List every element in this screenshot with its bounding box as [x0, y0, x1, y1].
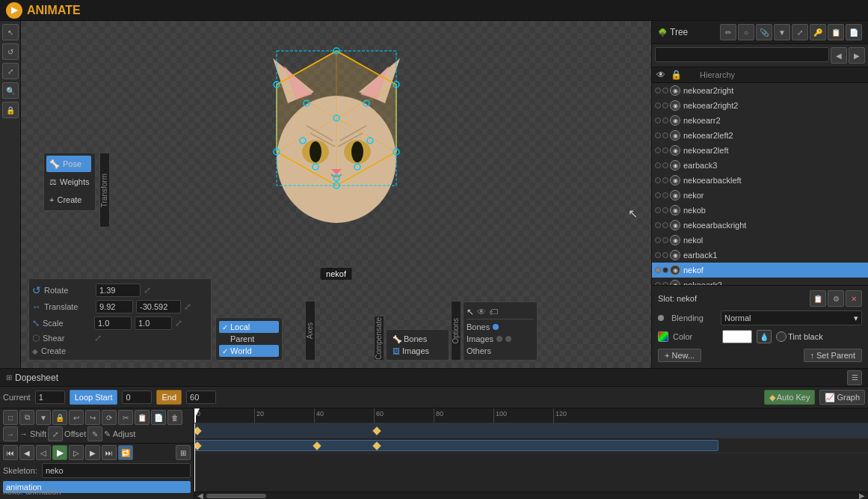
pb-back-btn[interactable]: ◁ — [36, 445, 51, 460]
scroll-bar[interactable]: ◀ ▶ — [194, 492, 868, 499]
tree-key-btn[interactable]: 🔑 — [810, 24, 826, 40]
tl-shift-btn[interactable]: → — [3, 426, 18, 441]
lock-tool-btn[interactable]: 🔒 — [2, 102, 19, 118]
tree-clip-btn[interactable]: 📎 — [756, 24, 772, 40]
slot-copy-btn[interactable]: 📋 — [810, 290, 826, 307]
tree-filter-btn[interactable]: ▼ — [774, 24, 790, 40]
tree-item-nekoearr2[interactable]: ◉ nekoearr2 — [652, 113, 868, 128]
bones-compensate-btn[interactable]: 🦴 Bones — [390, 333, 446, 345]
tree-list[interactable]: ◉ nekoear2right ◉ nekoear2right2 ◉ nekoe… — [652, 83, 868, 285]
images-compensate-btn[interactable]: 🖼 Images — [390, 345, 446, 357]
viewport[interactable]: nekof 🦴 Pose ⚖ Weights + Create — [21, 21, 651, 368]
tree-item-nekoearbackright[interactable]: ◉ nekoearbackright — [652, 218, 868, 233]
tl-offset-btn[interactable]: ⤢ — [48, 426, 63, 441]
graph-btn[interactable]: 📈 Graph — [819, 390, 865, 405]
tree-item-nekoear2right[interactable]: ◉ nekoear2right — [652, 83, 868, 98]
slot-close-btn[interactable]: ✕ — [846, 290, 862, 307]
timeline-track-1[interactable] — [194, 423, 868, 438]
pb-extra-btn[interactable]: ⊞ — [176, 445, 191, 460]
tree-eye-dot-13 — [655, 267, 661, 273]
pb-first-btn[interactable]: ⏮ — [3, 445, 18, 460]
scroll-right-btn[interactable]: ▶ — [859, 492, 865, 499]
rotate-input[interactable] — [96, 284, 141, 297]
loop-start-input[interactable] — [122, 391, 152, 404]
pose-tool[interactable]: 🦴 Pose — [46, 156, 91, 172]
color-swatch[interactable] — [722, 330, 752, 343]
tl-filter-btn[interactable]: ▼ — [36, 410, 51, 425]
new-slot-btn[interactable]: + New... — [658, 349, 701, 362]
tl-new-btn[interactable]: □ — [3, 410, 18, 425]
tl-redo-btn[interactable]: ↪ — [85, 410, 100, 425]
tree-item-nekoear2left2[interactable]: ◉ nekoear2left2 — [652, 128, 868, 143]
rotate-tool-btn[interactable]: ↺ — [2, 43, 19, 60]
end-input[interactable] — [186, 391, 216, 404]
auto-key-btn[interactable]: ◆ Auto Key — [764, 390, 816, 405]
create-tool[interactable]: + Create — [46, 192, 91, 208]
tl-copy2-btn[interactable]: 📋 — [135, 410, 150, 425]
keyframe-1b[interactable] — [372, 426, 381, 435]
scale-tool-btn[interactable]: ⤢ — [2, 63, 19, 79]
weights-tool[interactable]: ⚖ Weights — [46, 174, 91, 190]
tree-item-earback1[interactable]: ◉ earback1 — [652, 248, 868, 263]
tree-item-nekoear2left[interactable]: ◉ nekoear2left — [652, 143, 868, 158]
tl-undo-btn[interactable]: ↩ — [69, 410, 84, 425]
tree-item-nekoearbackleft[interactable]: ◉ nekoearbackleft — [652, 173, 868, 188]
pb-play-btn[interactable]: ▶ — [52, 445, 67, 460]
tree-item-nekof[interactable]: ◉ nekof — [652, 263, 868, 278]
tree-item-nekob[interactable]: ◉ nekob — [652, 203, 868, 218]
timeline-track-2[interactable] — [194, 438, 868, 453]
pb-last-btn[interactable]: ⏭ — [102, 445, 117, 460]
tree-item-nekol[interactable]: ◉ nekol — [652, 233, 868, 248]
tree-item-earback3[interactable]: ◉ earback3 — [652, 158, 868, 173]
set-parent-btn[interactable]: ↑ Set Parent — [804, 349, 862, 362]
tl-delete-btn[interactable]: 🗑 — [167, 410, 182, 425]
timeline-tracks[interactable] — [194, 423, 868, 492]
move-tool-btn[interactable]: ↖ — [2, 24, 19, 40]
loop-start-btn[interactable]: Loop Start — [70, 390, 118, 405]
tree-toolbar: ✏ ○ 📎 ▼ ⤢ 🔑 📋 📄 — [720, 24, 862, 40]
options-panel: ↖ 👁 🏷 Bones Images Others — [463, 301, 538, 361]
tree-expand-btn[interactable]: ⤢ — [792, 24, 808, 40]
slot-settings-btn[interactable]: ⚙ — [828, 290, 844, 307]
tl-paste-btn[interactable]: 📄 — [151, 410, 166, 425]
scroll-left-btn[interactable]: ◀ — [197, 492, 203, 499]
tl-copy-btn[interactable]: ⧉ — [19, 410, 34, 425]
tree-item-name-10: nekoearbackright — [683, 221, 746, 230]
tree-nav-next-btn[interactable]: ▶ — [849, 47, 865, 64]
pb-next-btn[interactable]: ▶ — [85, 445, 100, 460]
tl-refresh-btn[interactable]: ⟳ — [102, 410, 117, 425]
keyframe-1a[interactable] — [194, 426, 202, 435]
world-axis-btn[interactable]: ✓ World — [219, 345, 279, 357]
translate-x-input[interactable] — [96, 300, 133, 313]
current-input[interactable] — [35, 391, 65, 404]
scale-y-input[interactable] — [135, 316, 172, 330]
translate-y-input[interactable] — [136, 300, 181, 313]
tree-item-nekoear2right2[interactable]: ◉ nekoear2right2 — [652, 98, 868, 113]
parent-axis-btn[interactable]: ✓ Parent — [219, 333, 279, 345]
blending-dropdown[interactable]: Normal ▾ — [721, 310, 862, 325]
tl-adjust-btn[interactable]: ✎ — [87, 426, 102, 441]
tree-paste-btn[interactable]: 📄 — [846, 24, 862, 40]
ds-menu-btn[interactable]: ☰ — [847, 370, 862, 385]
tree-search-input[interactable] — [655, 47, 829, 62]
zoom-tool-btn[interactable]: 🔍 — [2, 82, 19, 99]
skeleton-input[interactable] — [42, 463, 191, 478]
pb-fwd-btn[interactable]: ▷ — [69, 445, 84, 460]
timeline-ruler[interactable]: 0 20 40 60 80 100 120 — [194, 408, 868, 423]
end-btn[interactable]: End — [156, 390, 182, 405]
scale-x-input[interactable] — [94, 316, 132, 330]
tree-nav-prev-btn[interactable]: ◀ — [831, 47, 847, 64]
tree-copy-btn[interactable]: 📋 — [828, 24, 844, 40]
tree-circle-btn[interactable]: ○ — [738, 24, 754, 40]
scroll-track[interactable] — [206, 494, 856, 498]
tl-lock-btn[interactable]: 🔒 — [52, 410, 67, 425]
tl-cut-btn[interactable]: ✂ — [118, 410, 133, 425]
color-eyedropper-btn[interactable]: 💧 — [757, 330, 772, 343]
tree-item-nekor[interactable]: ◉ nekor — [652, 188, 868, 203]
pb-prev-btn[interactable]: ◀ — [19, 445, 34, 460]
tree-item-nekoearlr2[interactable]: ◉ nekoearlr2 — [652, 278, 868, 285]
local-axis-btn[interactable]: ✓ Local — [219, 321, 279, 333]
scroll-thumb[interactable] — [206, 494, 266, 498]
pb-loop-btn[interactable]: 🔁 — [118, 445, 133, 460]
tree-pen-btn[interactable]: ✏ — [720, 24, 736, 40]
